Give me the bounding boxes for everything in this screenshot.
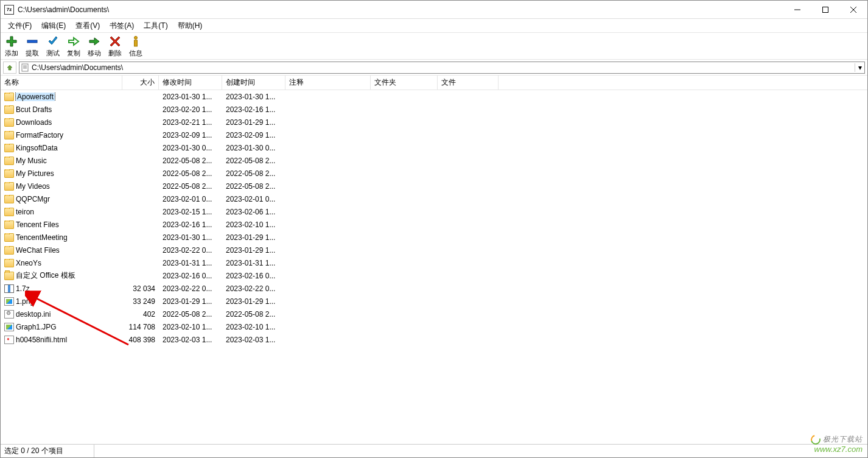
file-mtime: 2023-01-30 0... [159, 144, 222, 152]
toolbar-arrow-right-solid-button[interactable]: 移动 [86, 34, 103, 58]
file-mtime: 2023-02-09 1... [159, 131, 222, 139]
file-row[interactable]: XneoYs 2023-01-31 1... 2023-01-31 1... [1, 256, 867, 269]
toolbar-cross-button[interactable]: 删除 [107, 34, 124, 58]
toolbar-label: 删除 [108, 49, 122, 58]
file-size: 33 249 [122, 297, 159, 306]
toolbar-minus-button[interactable]: 提取 [24, 34, 41, 58]
column-header-comment[interactable]: 注释 [285, 76, 371, 90]
column-header-files[interactable]: 文件 [438, 76, 499, 90]
check-icon [47, 35, 59, 48]
toolbar-check-button[interactable]: 测试 [44, 34, 61, 58]
file-mtime: 2023-02-16 0... [159, 272, 222, 280]
folder-icon [4, 93, 14, 101]
file-mtime: 2023-02-16 1... [159, 220, 222, 229]
file-name: XneoYs [16, 259, 41, 267]
file-ctime: 2023-02-03 1... [222, 336, 285, 344]
toolbar-label: 信息 [129, 49, 142, 58]
column-header-name[interactable]: 名称 [1, 76, 122, 90]
minus-icon [26, 35, 38, 48]
cross-icon [109, 35, 121, 48]
path-file-icon [19, 63, 30, 72]
file-ctime: 2022-05-08 2... [222, 310, 285, 319]
file-row[interactable]: WeChat Files 2023-02-22 0... 2023-01-29 … [1, 244, 867, 256]
path-dropdown-icon[interactable]: ▾ [855, 63, 864, 72]
arrow-right-solid-icon [88, 35, 100, 48]
file-ctime: 2023-01-29 1... [222, 297, 285, 306]
toolbar-plus-button[interactable]: 添加 [3, 34, 20, 58]
file-row[interactable]: FormatFactory 2023-02-09 1... 2023-02-09… [1, 129, 867, 141]
file-mtime: 2023-01-30 1... [159, 233, 222, 242]
ini-icon [4, 310, 14, 319]
file-ctime: 2023-02-16 0... [222, 272, 285, 280]
svg-rect-6 [135, 40, 138, 46]
folder-icon [4, 169, 14, 178]
menu-item-0[interactable]: 文件(F) [3, 19, 37, 32]
folder-icon [4, 157, 14, 165]
file-row[interactable]: 1.7z 32 034 2023-02-22 0... 2023-02-22 0… [1, 282, 867, 295]
toolbar-arrow-right-hollow-button[interactable]: 复制 [65, 34, 82, 58]
file-mtime: 2023-01-31 1... [159, 259, 222, 267]
file-name: QQPCMgr [16, 195, 50, 203]
svg-rect-1 [823, 7, 828, 12]
file-row[interactable]: My Videos 2022-05-08 2... 2022-05-08 2..… [1, 180, 867, 192]
file-row[interactable]: TencentMeeting 2023-01-30 1... 2023-01-2… [1, 231, 867, 244]
file-row[interactable]: teiron 2023-02-15 1... 2023-02-06 1... [1, 205, 867, 218]
folder-icon [4, 195, 14, 203]
folder-icon [4, 118, 14, 127]
file-row[interactable]: Downloads 2023-02-21 1... 2023-01-29 1..… [1, 116, 867, 129]
file-name: h00458nifli.html [16, 336, 67, 344]
file-row[interactable]: Apowersoft 2023-01-30 1... 2023-01-30 1.… [1, 90, 867, 103]
up-button[interactable] [3, 62, 16, 74]
file-ctime: 2023-01-29 1... [222, 118, 285, 127]
file-row[interactable]: My Music 2022-05-08 2... 2022-05-08 2... [1, 154, 867, 167]
file-name: Apowersoft [16, 93, 55, 101]
column-header-row: 名称大小修改时间创建时间注释文件夹文件 [1, 76, 867, 90]
file-row[interactable]: Bcut Drafts 2023-02-20 1... 2023-02-16 1… [1, 103, 867, 116]
svg-rect-4 [27, 40, 37, 43]
file-row[interactable]: 1.png 33 249 2023-01-29 1... 2023-01-29 … [1, 295, 867, 308]
menu-item-4[interactable]: 工具(T) [139, 19, 172, 32]
minimize-button[interactable] [783, 1, 811, 19]
toolbar-info-button[interactable]: 信息 [127, 34, 144, 58]
file-name: Tencent Files [16, 220, 59, 229]
file-ctime: 2023-01-30 1... [222, 93, 285, 101]
menu-item-5[interactable]: 帮助(H) [173, 19, 208, 32]
file-row[interactable]: Graph1.JPG 114 708 2023-02-10 1... 2023-… [1, 320, 867, 333]
arrow-right-hollow-icon [68, 35, 80, 48]
file-row[interactable]: KingsoftData 2023-01-30 0... 2023-01-30 … [1, 141, 867, 154]
column-header-mtime[interactable]: 修改时间 [159, 76, 222, 90]
file-mtime: 2023-02-15 1... [159, 208, 222, 216]
menu-item-2[interactable]: 查看(V) [71, 19, 105, 32]
file-ctime: 2022-05-08 2... [222, 169, 285, 178]
file-mtime: 2023-02-22 0... [159, 246, 222, 255]
menu-item-1[interactable]: 编辑(E) [37, 19, 71, 32]
file-row[interactable]: QQPCMgr 2023-02-01 0... 2023-02-01 0... [1, 192, 867, 205]
menu-item-3[interactable]: 书签(A) [105, 19, 139, 32]
file-row[interactable]: h00458nifli.html 408 398 2023-02-03 1...… [1, 333, 867, 346]
folder-icon [4, 272, 14, 280]
file-size: 32 034 [122, 284, 159, 293]
file-ctime: 2023-01-31 1... [222, 259, 285, 267]
column-header-ctime[interactable]: 创建时间 [222, 76, 285, 90]
file-row[interactable]: My Pictures 2022-05-08 2... 2022-05-08 2… [1, 167, 867, 180]
path-input[interactable] [30, 63, 855, 72]
file-name: 1.png [16, 297, 34, 306]
column-header-size[interactable]: 大小 [122, 76, 159, 90]
file-size: 408 398 [122, 336, 159, 344]
file-name: 自定义 Office 模板 [16, 270, 75, 281]
folder-icon [4, 259, 14, 267]
toolbar-label: 添加 [5, 49, 18, 58]
file-name: desktop.ini [16, 310, 51, 319]
close-button[interactable] [839, 1, 867, 19]
file-row[interactable]: desktop.ini 402 2022-05-08 2... 2022-05-… [1, 308, 867, 320]
file-list[interactable]: Apowersoft 2023-01-30 1... 2023-01-30 1.… [1, 90, 867, 448]
file-mtime: 2022-05-08 2... [159, 182, 222, 191]
file-row[interactable]: Tencent Files 2023-02-16 1... 2023-02-10… [1, 218, 867, 231]
file-name: 1.7z [16, 284, 30, 293]
maximize-button[interactable] [811, 1, 839, 19]
folder-icon [4, 105, 14, 114]
file-mtime: 2022-05-08 2... [159, 310, 222, 319]
column-header-folders[interactable]: 文件夹 [371, 76, 438, 90]
toolbar-label: 提取 [26, 49, 39, 58]
file-row[interactable]: 自定义 Office 模板 2023-02-16 0... 2023-02-16… [1, 269, 867, 282]
